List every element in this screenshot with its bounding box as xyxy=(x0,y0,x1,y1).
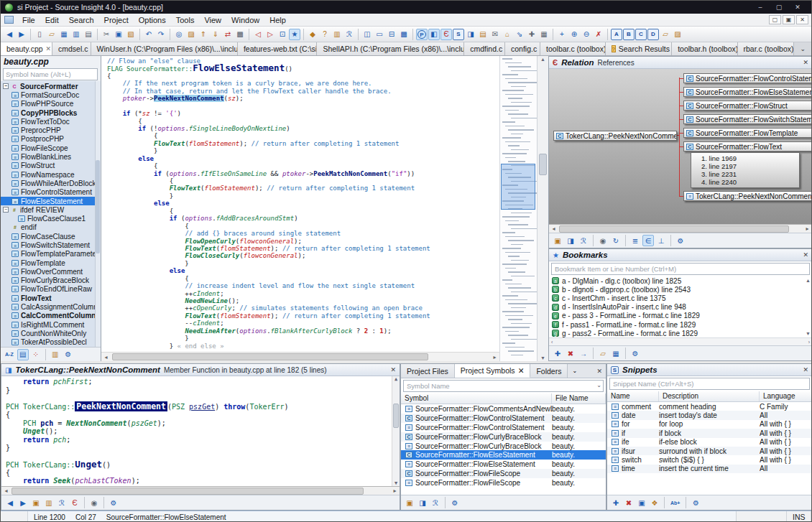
nav-back-icon[interactable]: ◀ xyxy=(4,29,15,40)
paste-icon[interactable]: ▧ xyxy=(125,29,137,40)
settings-gear-icon[interactable]: ⚙ xyxy=(63,349,74,360)
relation-node-5[interactable]: CSourceFormatter::FlowText xyxy=(683,141,812,152)
highlight-word-icon[interactable]: ▩ xyxy=(234,29,246,40)
symbol-item-flowcaseclause1[interactable]: ≡FlowCaseClause1 xyxy=(1,214,101,223)
symbol-item-calccommentcolumn[interactable]: ≡CalcCommentColumn xyxy=(1,312,101,320)
references-r-icon[interactable]: ℛ xyxy=(578,235,589,246)
bookmark-item-d[interactable]: dd - InsertIsInAutoPair - insert.c line … xyxy=(549,303,812,312)
symbol-item-preprocphp[interactable]: ≡PreprocPHP xyxy=(1,126,101,134)
project-window-icon[interactable]: ▤ xyxy=(477,29,489,40)
symbol-item-flowfilescope[interactable]: ≡FlowFileScope xyxy=(1,144,101,152)
scroll-down-icon[interactable]: ▼ xyxy=(392,480,400,486)
cut-icon[interactable]: ✂ xyxy=(101,29,112,40)
symbol-item-tokeratpossibledecl[interactable]: ≡TokerAtPossibleDecl xyxy=(1,338,101,347)
help-book-icon[interactable]: ▥ xyxy=(331,29,343,40)
menu-file[interactable]: File xyxy=(17,14,40,26)
dropdown-chevron-icon[interactable]: ⌄ xyxy=(596,382,601,388)
relation-node-6[interactable]: ≡TokerCLang::PeekNextNonComment xyxy=(683,191,812,201)
symbol-item-calcassignmentcolumn[interactable]: ≡CalcAssignmentColumn xyxy=(1,302,101,311)
column-name[interactable]: Name xyxy=(607,391,659,401)
menu-tools[interactable]: Tools xyxy=(171,14,200,26)
copy-icon[interactable]: ▣ xyxy=(113,29,124,40)
symbol-item-flowtext[interactable]: ≡FlowText xyxy=(1,294,101,302)
tab-project-files[interactable]: Project Files xyxy=(401,364,455,378)
symbol-item-flowswitchstatement[interactable]: ≡FlowSwitchStatement xyxy=(1,241,101,249)
redo-icon[interactable]: ↷ xyxy=(155,29,167,40)
snippet-row-if[interactable]: ≡ifif blockAll with { } xyxy=(607,429,812,437)
favorites-icon[interactable]: ★ xyxy=(289,29,300,40)
scroll-right-icon[interactable]: ▸ xyxy=(803,225,812,232)
symbol-row-5[interactable]: CSourceFormatter::FlowElseStatementbeaut… xyxy=(401,450,606,460)
settings-gear-icon[interactable]: ⚙ xyxy=(629,348,641,359)
tile-one-window-icon[interactable]: ▭ xyxy=(374,29,385,40)
mdi-restore-icon[interactable]: ▢ xyxy=(769,15,781,24)
tab-beauty.cpp[interactable]: beauty.cpp✕ xyxy=(1,42,52,55)
settings-gear-icon[interactable]: ⚙ xyxy=(690,497,701,508)
bookmark-item-c[interactable]: cc - InsertChm - insert.c line 1375 xyxy=(549,294,812,302)
editor-vertical-scrollbar[interactable]: ▲ ▼ xyxy=(537,56,548,361)
snippet-row-date[interactable]: ≡dateinsert today's dateAll xyxy=(607,411,812,419)
symbol-list-scrollbar[interactable] xyxy=(95,81,101,347)
new-snippet-icon[interactable]: ✚ xyxy=(610,497,622,508)
help-doc-icon[interactable]: ◨ xyxy=(565,235,576,246)
snippet-name-input[interactable] xyxy=(613,378,806,389)
relation-graph[interactable]: CTokerCLang::PeekNextNonCommentCSourceFo… xyxy=(549,69,812,224)
context-window-icon[interactable]: ◨ xyxy=(465,29,476,40)
delete-snippet-icon[interactable]: ✖ xyxy=(623,497,635,508)
lock-icon[interactable]: ◉ xyxy=(88,497,100,508)
relation-icon[interactable]: Є xyxy=(69,497,80,508)
relation-node-3[interactable]: CSourceFormatter::FlowSwitchStatement xyxy=(683,114,812,124)
relation-node-2[interactable]: CSourceFormatter::FlowStruct xyxy=(683,101,812,111)
scroll-thumb[interactable] xyxy=(539,154,547,175)
column-language[interactable]: Language xyxy=(760,391,812,401)
tab-winuser.h[interactable]: WinUser.h (C:\Program Files (x86)\...\in… xyxy=(91,42,238,55)
menu-options[interactable]: Options xyxy=(134,14,171,26)
relation-node-1[interactable]: CSourceFormatter::FlowElseStatement xyxy=(683,87,812,97)
activate-window-icon[interactable]: ⊡ xyxy=(277,29,288,40)
symbol-item-flowcurlybraceblock[interactable]: ≡FlowCurlyBraceBlock xyxy=(1,276,101,285)
symbol-window-icon[interactable]: S xyxy=(453,29,464,40)
open-file-icon[interactable]: ▱ xyxy=(46,29,57,40)
scroll-thumb[interactable] xyxy=(559,225,789,233)
scroll-down-icon[interactable]: ▼ xyxy=(538,355,548,360)
undo-icon[interactable]: ↶ xyxy=(143,29,154,40)
scroll-up-icon[interactable]: ▲ xyxy=(392,376,400,382)
editor-minimap[interactable] xyxy=(499,56,537,361)
minimap-viewport[interactable] xyxy=(501,164,535,210)
jump-callee-icon[interactable]: ▷ xyxy=(264,29,276,40)
bookmark-edit-icon[interactable]: ▨ xyxy=(672,29,683,40)
context-vertical-scrollbar[interactable]: ▲ ▼ xyxy=(392,376,400,486)
print-icon[interactable]: ▤ xyxy=(83,29,94,40)
tab-featuresweb.txt[interactable]: features-web.txt (C:\si) xyxy=(238,42,317,55)
code-editor[interactable]: // Flow an "else" clauseFLAG SourceForma… xyxy=(101,56,499,361)
scroll-thumb[interactable] xyxy=(393,404,399,428)
scroll-thumb[interactable] xyxy=(112,353,428,360)
menu-window[interactable]: Window xyxy=(226,14,264,26)
symbol-item-flowtoendoflineraw[interactable]: ≡FlowToEndOfLineRaw xyxy=(1,285,101,294)
scroll-right-icon[interactable]: ▸ xyxy=(490,354,499,360)
bookmark-item-b[interactable]: bb - dlgnoti - dlgprop.c (toolbox) line … xyxy=(549,285,812,294)
relation-node-root[interactable]: CTokerCLang::PeekNextNonComment xyxy=(553,131,677,141)
edit-snippet-icon[interactable]: ▣ xyxy=(636,497,647,508)
symbol-item-flowcontrolstatement[interactable]: ≡FlowControlStatement xyxy=(1,188,101,197)
relation-window-icon[interactable]: Є xyxy=(440,29,452,40)
references-r-icon[interactable]: ℛ xyxy=(430,497,441,508)
doc-book-icon[interactable]: ▥ xyxy=(50,349,61,360)
tab-project-symbols[interactable]: Project Symbols✕ xyxy=(455,364,531,378)
symbol-row-2[interactable]: ≡SourceFormatter::FlowControlStatementbe… xyxy=(401,423,606,432)
close-tab-icon[interactable]: ✕ xyxy=(518,364,525,377)
symbol-item-countnonwhiteonly[interactable]: ≡CountNonWhiteOnly xyxy=(1,329,101,337)
close-tab-icon[interactable]: ✕ xyxy=(46,43,52,55)
import-icon[interactable]: ⇘ xyxy=(514,29,525,40)
symbol-row-7[interactable]: CSourceFormatter::FlowFileScopebeauty. xyxy=(401,469,606,478)
symbol-row-0[interactable]: ≡SourceFormatter::FlowCommentsAndNewLine… xyxy=(401,404,606,414)
mdi-maximize-icon[interactable]: ▣ xyxy=(783,15,795,24)
rename-icon[interactable]: Ab+ xyxy=(668,497,682,508)
tab-cmdsel.c[interactable]: cmdsel.c xyxy=(52,42,91,55)
browse-icon[interactable]: ▣ xyxy=(552,235,563,246)
close-icon[interactable]: ✕ xyxy=(390,366,396,373)
snippet-row-time[interactable]: ≡timeinsert the current timeAll xyxy=(607,465,812,473)
nav-forward-icon[interactable]: ▶ xyxy=(16,29,27,40)
bookmark-item-f[interactable]: ff - pass1 - FormatLine - format.c line … xyxy=(549,320,812,329)
symbol-item-ifdef-review[interactable]: −#ifdef REVIEW xyxy=(1,205,101,214)
